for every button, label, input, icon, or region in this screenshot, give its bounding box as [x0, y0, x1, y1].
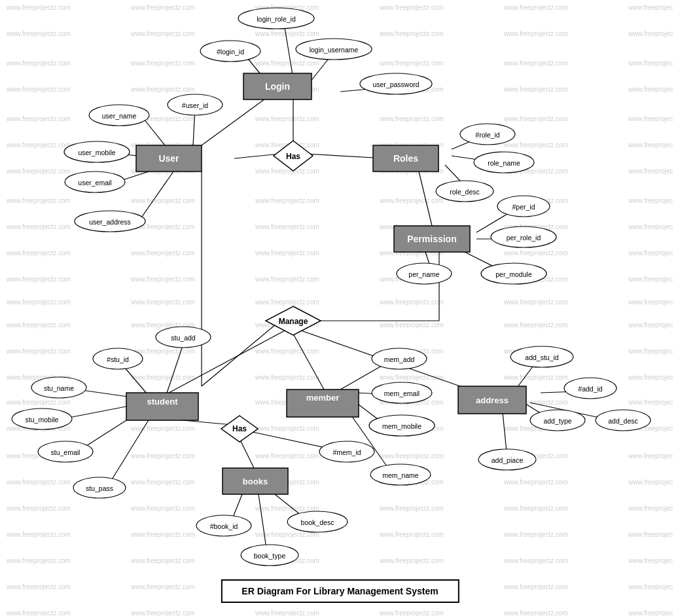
- watermark: www.freeprojectz.com: [255, 348, 319, 355]
- attr-add-stu-id-label: add_stu_id: [525, 353, 559, 361]
- entity-roles-label: Roles: [393, 153, 418, 164]
- watermark: www.freeprojec: [628, 348, 673, 355]
- watermark: www.freeprojectz.com: [503, 374, 568, 381]
- attr-user-email-label: user_email: [78, 179, 111, 187]
- watermark: www.freeprojectz.com: [255, 30, 319, 37]
- attr-mem-email-label: mem_email: [384, 390, 420, 397]
- attr-book-id-label: #book_id: [210, 522, 238, 530]
- watermark: www.freeprojectz.com: [6, 115, 71, 122]
- watermark: www.freeprojectz.com: [6, 197, 71, 204]
- watermark: www.freeprojec: [628, 60, 673, 67]
- watermark: www.freeprojectz.com: [6, 348, 71, 355]
- watermark: www.freeprojectz.com: [6, 141, 71, 149]
- attr-role-id-label: #role_id: [475, 131, 500, 139]
- watermark: www.freeprojectz.com: [6, 321, 71, 329]
- watermark: www.freeprojectz.com: [503, 505, 568, 512]
- watermark: www.freeprojectz.com: [379, 452, 444, 460]
- watermark: www.freeprojec: [628, 249, 673, 257]
- watermark: www.freeprojec: [628, 321, 673, 329]
- watermark: www.freeprojec: [628, 4, 673, 11]
- watermark: www.freeprojectz.com: [379, 197, 444, 204]
- watermark: www.freeprojectz.com: [6, 583, 71, 590]
- watermark: www.freeprojectz.com: [503, 531, 568, 538]
- attr-login-id-label: #login_id: [217, 48, 244, 56]
- watermark: www.freeprojectz.com: [379, 321, 444, 329]
- watermark: www.freeprojectz.com: [6, 168, 71, 175]
- watermark: www.freeprojectz.com: [130, 299, 195, 306]
- watermark: www.freeprojectz.com: [255, 60, 319, 67]
- watermark: www.freeprojectz.com: [379, 4, 444, 11]
- entity-student-label: student: [147, 397, 179, 407]
- watermark: www.freeprojec: [628, 557, 673, 564]
- attr-login-role-id-label: login_role_id: [257, 15, 296, 23]
- watermark: www.freeprojectz.com: [255, 425, 319, 432]
- watermark: www.freeprojectz.com: [6, 60, 71, 67]
- watermark: www.freeprojec: [628, 583, 673, 590]
- watermark: www.freeprojectz.com: [255, 223, 319, 230]
- entity-permission-label: Permission: [407, 234, 456, 244]
- watermark: www.freeprojec: [628, 30, 673, 37]
- attr-user-password-label: user_password: [372, 81, 419, 88]
- attr-stu-pass-label: stu_pass: [86, 484, 113, 492]
- watermark: www.freeprojectz.com: [255, 168, 319, 175]
- attr-role-desc-label: role_desc: [450, 188, 480, 196]
- watermark: www.freeprojectz.com: [255, 299, 319, 306]
- watermark: www.freeprojectz.com: [503, 86, 568, 93]
- watermark: www.freeprojectz.com: [130, 86, 195, 93]
- watermark: www.freeprojectz.com: [130, 4, 195, 11]
- watermark: www.freeprojectz.com: [379, 299, 444, 306]
- watermark: www.freeprojectz.com: [503, 321, 568, 329]
- watermark: www.freeprojectz.com: [130, 30, 195, 37]
- watermark: www.freeprojectz.com: [379, 115, 444, 122]
- watermark: www.freeprojectz.com: [379, 557, 444, 564]
- watermark: www.freeprojectz.com: [255, 276, 319, 283]
- watermark: www.freeprojectz.com: [130, 452, 195, 460]
- watermark: www.freeprojec: [628, 452, 673, 460]
- attr-add-desc-label: add_desc: [608, 417, 638, 425]
- attr-mem-mobile-label: mem_mobile: [382, 422, 421, 430]
- watermark: www.freeprojec: [628, 374, 673, 381]
- watermark: www.freeprojec: [628, 197, 673, 204]
- attr-user-mobile-label: user_mobile: [78, 149, 115, 156]
- attr-per-role-id-label: per_role_id: [507, 234, 541, 242]
- entity-user-label: User: [158, 153, 179, 164]
- attr-login-username-label: login_username: [310, 46, 359, 54]
- attr-add-place-label: add_piace: [492, 456, 524, 464]
- watermark: www.freeprojec: [628, 399, 673, 406]
- entity-member-label: member: [306, 393, 340, 403]
- watermark: www.freeprojectz.com: [255, 115, 319, 122]
- watermark: www.freeprojectz.com: [6, 223, 71, 230]
- diagram-caption: ER Diagram For Library Management System: [221, 579, 459, 603]
- watermark: www.freeprojec: [628, 276, 673, 283]
- svg-line-35: [240, 439, 254, 468]
- watermark: www.freeprojectz.com: [379, 30, 444, 37]
- watermark: www.freeprojectz.com: [6, 4, 71, 11]
- svg-line-39: [259, 494, 267, 553]
- watermark: www.freeprojectz.com: [503, 583, 568, 590]
- watermark: www.freeprojec: [628, 223, 673, 230]
- watermark: www.freeprojectz.com: [130, 374, 195, 381]
- caption-text: ER Diagram For Library Management System: [242, 586, 438, 596]
- watermark: www.freeprojectz.com: [6, 276, 71, 283]
- attr-per-id-label: #per_id: [512, 203, 535, 211]
- entity-books-label: books: [243, 477, 268, 486]
- svg-line-26: [293, 334, 324, 390]
- watermark: www.freeprojectz.com: [255, 505, 319, 512]
- attr-user-id-label: #user_id: [182, 101, 208, 109]
- attr-book-type-label: book_type: [254, 552, 286, 560]
- watermark: www.freeprojectz.com: [255, 249, 319, 257]
- attr-book-desc-label: book_desc: [301, 518, 334, 526]
- attr-per-name-label: per_name: [408, 270, 439, 278]
- entity-login-label: Login: [265, 81, 290, 92]
- watermark: www.freeprojectz.com: [130, 249, 195, 257]
- watermark: www.freeprojectz.com: [130, 609, 195, 616]
- watermark: www.freeprojectz.com: [6, 86, 71, 93]
- attr-stu-name-label: stu_name: [44, 384, 74, 392]
- watermark: www.freeprojectz.com: [503, 30, 568, 37]
- watermark: www.freeprojectz.com: [503, 249, 568, 257]
- attr-per-module-label: per_module: [495, 270, 532, 278]
- watermark: www.freeprojectz.com: [255, 452, 319, 460]
- relationship-has2-label: Has: [232, 424, 247, 433]
- watermark: www.freeprojectz.com: [379, 505, 444, 512]
- watermark: www.freeprojectz.com: [130, 60, 195, 67]
